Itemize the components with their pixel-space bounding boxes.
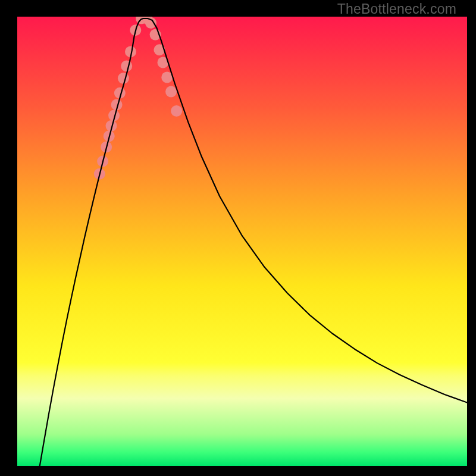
watermark-text: TheBottleneck.com	[337, 1, 456, 17]
plot-area	[17, 17, 467, 466]
data-marker	[165, 86, 177, 98]
bottleneck-curve-chart	[17, 17, 467, 466]
data-marker	[171, 105, 182, 117]
data-marker	[121, 61, 132, 72]
gradient-background	[17, 17, 467, 466]
chart-frame: TheBottleneck.com	[17, 0, 467, 466]
data-marker	[118, 73, 129, 84]
